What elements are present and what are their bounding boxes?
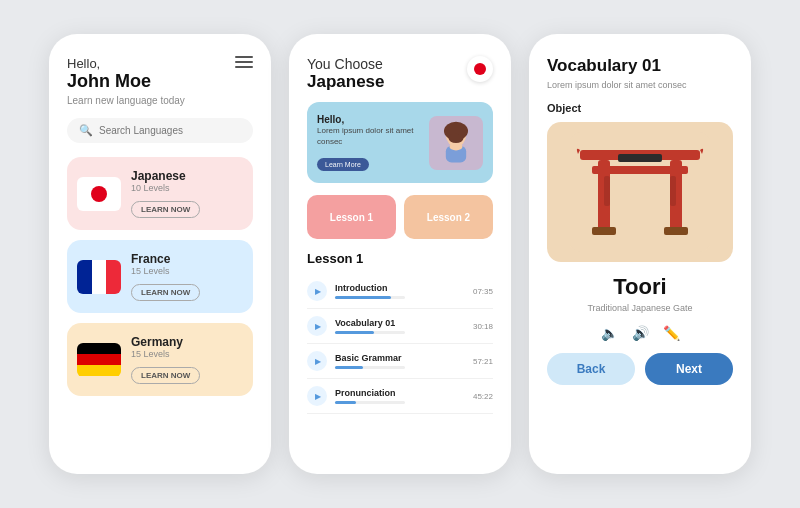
play-btn-grammar[interactable]: ▶ [307, 351, 327, 371]
phone-2: You Choose Japanese Hello, Lorem ipsum d… [289, 34, 511, 474]
play-btn-pronunciation[interactable]: ▶ [307, 386, 327, 406]
lesson-name-pronunciation: Pronunciation [335, 388, 473, 398]
lesson-name-introduction: Introduction [335, 283, 473, 293]
play-btn-introduction[interactable]: ▶ [307, 281, 327, 301]
flag-de-red [77, 354, 121, 365]
lang-info-france: France 15 Levels LEARN NOW [131, 252, 243, 301]
navigation-buttons: Back Next [547, 353, 733, 385]
flag-jp-circle [91, 186, 107, 202]
lesson-item-introduction: ▶ Introduction 07:35 [307, 274, 493, 309]
phone-1: Hello, John Moe Learn new language today… [49, 34, 271, 474]
svg-rect-12 [618, 154, 662, 162]
learn-btn-japanese[interactable]: LEARN NOW [131, 201, 200, 218]
language-text: Japanese [307, 72, 385, 92]
jp-flag-dot-inner [474, 63, 486, 75]
vocab-definition: Traditional Japanese Gate [547, 303, 733, 313]
user-name: John Moe [67, 71, 253, 92]
play-icon-3: ▶ [315, 357, 321, 366]
phones-container: Hello, John Moe Learn new language today… [29, 14, 771, 494]
lesson-item-info-introduction: Introduction [335, 283, 473, 299]
flag-fr-red [106, 260, 121, 294]
lesson-tile-2[interactable]: Lesson 2 [404, 195, 493, 239]
lang-name-japanese: Japanese [131, 169, 243, 183]
lesson1-title: Lesson 1 [307, 251, 493, 266]
lesson-time-pronunciation: 45:22 [473, 392, 493, 401]
lang-card-france: France 15 Levels LEARN NOW [67, 240, 253, 313]
promo-avatar [429, 116, 483, 170]
you-choose-text: You Choose [307, 56, 385, 72]
lang-levels-germany: 15 Levels [131, 349, 243, 359]
promo-desc: Lorem ipsum dolor sit amet consec [317, 125, 423, 147]
lesson-bar-grammar [335, 366, 405, 369]
subtitle-text: Learn new language today [67, 95, 253, 106]
lang-info-japanese: Japanese 10 Levels LEARN NOW [131, 169, 243, 218]
lesson-item-grammar: ▶ Basic Grammar 57:21 [307, 344, 493, 379]
lesson-item-info-grammar: Basic Grammar [335, 353, 473, 369]
lesson-item-info-vocabulary: Vocabulary 01 [335, 318, 473, 334]
back-button[interactable]: Back [547, 353, 635, 385]
vocab-image [547, 122, 733, 262]
lang-info-germany: Germany 15 Levels LEARN NOW [131, 335, 243, 384]
phone-3: Vocabulary 01 Lorem ipsum dolor sit amet… [529, 34, 751, 474]
flag-germany [77, 343, 121, 377]
lang-name-france: France [131, 252, 243, 266]
play-btn-vocabulary[interactable]: ▶ [307, 316, 327, 336]
flag-fr-bg [77, 260, 121, 294]
svg-rect-11 [664, 227, 688, 235]
learn-more-button[interactable]: Learn More [317, 158, 369, 171]
lesson-bar-fill-introduction [335, 296, 391, 299]
play-icon: ▶ [315, 287, 321, 296]
vocab-action-buttons: 🔈 🔊 ✏️ [547, 325, 733, 341]
search-bar[interactable]: 🔍 [67, 118, 253, 143]
next-button[interactable]: Next [645, 353, 733, 385]
lang-card-japanese: Japanese 10 Levels LEARN NOW [67, 157, 253, 230]
flag-de-black [77, 343, 121, 354]
flag-de-gold [77, 365, 121, 376]
lesson-item-info-pronunciation: Pronunciation [335, 388, 473, 404]
svg-point-2 [449, 133, 464, 142]
flag-fr-blue [77, 260, 92, 294]
promo-hello: Hello, [317, 114, 423, 125]
speaker-icon[interactable]: 🔈 [601, 325, 618, 341]
svg-rect-10 [592, 227, 616, 235]
flag-jp-bg [77, 177, 121, 211]
avatar-image [431, 118, 481, 168]
learn-btn-france[interactable]: LEARN NOW [131, 284, 200, 301]
lesson-time-introduction: 07:35 [473, 287, 493, 296]
flag-france [77, 260, 121, 294]
search-input[interactable] [99, 125, 241, 136]
promo-card: Hello, Lorem ipsum dolor sit amet consec… [307, 102, 493, 183]
svg-rect-14 [670, 176, 676, 206]
lesson-bar-introduction [335, 296, 405, 299]
greeting-text: Hello, [67, 56, 253, 71]
lesson-item-vocabulary: ▶ Vocabulary 01 30:18 [307, 309, 493, 344]
lesson-tile-1[interactable]: Lesson 1 [307, 195, 396, 239]
phone2-header: You Choose Japanese [307, 56, 493, 92]
lang-name-germany: Germany [131, 335, 243, 349]
lang-levels-japanese: 10 Levels [131, 183, 243, 193]
svg-point-4 [450, 143, 463, 150]
volume-icon[interactable]: 🔊 [632, 325, 649, 341]
menu-icon[interactable] [235, 56, 253, 68]
flag-fr-white [92, 260, 107, 294]
promo-text: Hello, Lorem ipsum dolor sit amet consec… [317, 114, 423, 171]
lesson-bar-pronunciation [335, 401, 405, 404]
lesson-bar-fill-vocabulary [335, 331, 374, 334]
phone1-header: Hello, John Moe Learn new language today [67, 56, 253, 118]
lesson-bar-fill-pronunciation [335, 401, 356, 404]
lesson-bar-vocabulary [335, 331, 405, 334]
play-icon-4: ▶ [315, 392, 321, 401]
pencil-icon[interactable]: ✏️ [663, 325, 680, 341]
learn-btn-germany[interactable]: LEARN NOW [131, 367, 200, 384]
vocab-desc: Lorem ipsum dolor sit amet consec [547, 79, 733, 92]
lesson-bar-fill-grammar [335, 366, 363, 369]
japanese-flag-dot [467, 56, 493, 82]
lang-card-germany: Germany 15 Levels LEARN NOW [67, 323, 253, 396]
vocab-section: Object [547, 102, 733, 114]
lesson-item-pronunciation: ▶ Pronunciation 45:22 [307, 379, 493, 414]
flag-de-bg [77, 343, 121, 377]
play-icon-2: ▶ [315, 322, 321, 331]
lang-levels-france: 15 Levels [131, 266, 243, 276]
lesson-tiles: Lesson 1 Lesson 2 [307, 195, 493, 239]
lesson-name-vocabulary: Vocabulary 01 [335, 318, 473, 328]
